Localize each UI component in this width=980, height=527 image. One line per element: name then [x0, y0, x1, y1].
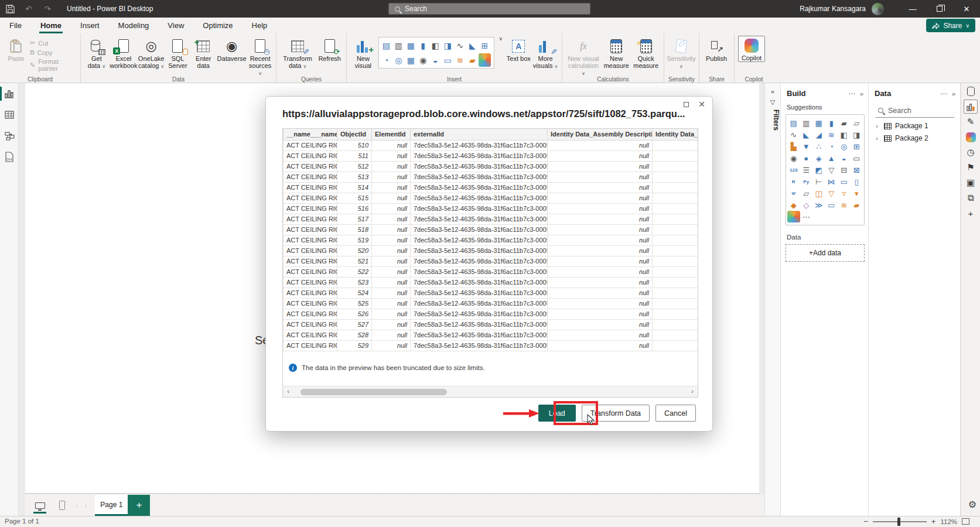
map-visual-icon[interactable]: ◉: [417, 53, 429, 67]
format-painter-button[interactable]: ✎Format painter: [30, 58, 77, 72]
data-pane-icon[interactable]: [964, 84, 978, 98]
avatar[interactable]: [872, 3, 884, 15]
scrollbar-thumb[interactable]: [301, 389, 447, 395]
paginated-report-icon[interactable]: ▯: [851, 176, 863, 187]
gantt-chart-icon[interactable]: ▰: [851, 199, 863, 211]
build-pane-collapse-icon[interactable]: »: [860, 90, 863, 97]
copilot-pane-icon[interactable]: [964, 130, 978, 144]
menu-insert[interactable]: Insert: [71, 18, 109, 33]
sensitivity-button[interactable]: Sensitivity∨: [668, 36, 695, 70]
stacked-bar-chart-icon[interactable]: ▤: [380, 39, 392, 52]
copilot-button[interactable]: Copilot: [738, 36, 765, 62]
line-clustered-column-combo-chart-icon[interactable]: ◨: [442, 39, 454, 52]
menu-view[interactable]: View: [158, 18, 193, 33]
new-page-button[interactable]: +: [128, 495, 150, 516]
model-view-button[interactable]: [0, 125, 19, 146]
load-button[interactable]: Load: [538, 405, 576, 422]
dataverse-button[interactable]: ◉ Dataverse: [217, 36, 247, 62]
redo-icon[interactable]: ↷: [42, 4, 53, 14]
zoom-in-button[interactable]: +: [931, 517, 936, 526]
menu-home[interactable]: Home: [31, 18, 71, 33]
expand-filters-icon[interactable]: «: [768, 88, 777, 95]
power-bi-report-icon[interactable]: ▱: [800, 187, 813, 199]
new-visual-button[interactable]: + New visual: [350, 36, 376, 69]
stacked-bar-chart-icon[interactable]: ▤: [787, 117, 800, 129]
metrics-icon[interactable]: Ψ: [787, 187, 800, 199]
close-button[interactable]: ✕: [953, 0, 980, 18]
arcgis-map-icon[interactable]: ◆: [787, 199, 800, 211]
next-page-icon[interactable]: ›: [85, 502, 87, 509]
refresh-button[interactable]: ⟳ Refresh: [316, 36, 343, 62]
image-visual-icon[interactable]: ▭: [442, 53, 454, 67]
card-icon[interactable]: ▭: [851, 152, 863, 164]
gantt-chart-icon[interactable]: ▰: [466, 53, 479, 67]
azure-map-icon[interactable]: ▲: [825, 152, 838, 164]
key-influencers-icon[interactable]: ⊢: [812, 176, 825, 187]
python-visual-icon[interactable]: Py: [800, 176, 813, 187]
cancel-button[interactable]: Cancel: [655, 405, 696, 422]
data-pane-collapse-icon[interactable]: »: [952, 90, 955, 97]
r-script-visual-icon[interactable]: R: [787, 176, 800, 187]
clustered-bar-chart-icon[interactable]: ▮: [825, 117, 838, 129]
performance-analyzer-pane-icon[interactable]: ◷: [964, 145, 978, 159]
multi-row-card-icon[interactable]: ☰: [800, 164, 813, 176]
matrix-icon[interactable]: ⊠: [851, 164, 863, 176]
selection-pane-icon[interactable]: ▣: [964, 176, 978, 190]
area-chart-icon[interactable]: ◣: [800, 129, 813, 141]
image-icon[interactable]: ▭: [825, 199, 838, 211]
donut-chart-icon[interactable]: ◎: [838, 141, 851, 152]
sync-slicers-pane-icon[interactable]: ⧉: [964, 191, 978, 205]
dax-query-view-button[interactable]: DAX: [0, 146, 19, 167]
table-view-button[interactable]: [0, 104, 19, 125]
sql-server-button[interactable]: SQL Server: [166, 36, 190, 69]
map-icon[interactable]: ◉: [787, 152, 800, 164]
settings-gear-icon[interactable]: ⚙: [968, 499, 976, 510]
custom-visual-icon[interactable]: ▩: [787, 211, 800, 223]
scroll-right-icon[interactable]: ›: [688, 388, 696, 395]
pie-chart-icon[interactable]: ◔: [825, 141, 838, 152]
sankey-chart-icon[interactable]: ≋: [838, 199, 851, 211]
copy-button[interactable]: ⧉Copy: [30, 49, 77, 56]
ribbon-chart-icon[interactable]: ≋: [825, 129, 838, 141]
menu-optimize[interactable]: Optimize: [193, 18, 242, 33]
horizontal-scrollbar[interactable]: ‹ ›: [283, 386, 698, 397]
data-item-package-1[interactable]: › Package 1: [869, 118, 960, 130]
line-stacked-column-combo-chart-icon[interactable]: ◧: [838, 129, 851, 141]
table-icon[interactable]: ⊟: [838, 164, 851, 176]
chevron-right-icon[interactable]: ›: [876, 122, 880, 129]
cut-button[interactable]: ✂Cut: [30, 39, 77, 47]
smart-narrative-icon[interactable]: ▭: [838, 176, 851, 187]
numeric-card-icon[interactable]: 123: [787, 164, 800, 176]
desktop-view-icon[interactable]: [33, 498, 46, 512]
scroll-left-icon[interactable]: ‹: [284, 388, 292, 395]
new-measure-button[interactable]: New measure: [602, 36, 631, 69]
page-tab[interactable]: Page 1: [95, 495, 128, 516]
clear-all-slicers-button-icon[interactable]: ▿: [838, 187, 851, 199]
dialog-maximize-icon[interactable]: [684, 102, 689, 107]
get-data-button[interactable]: Get data ∨: [84, 36, 109, 70]
report-view-button[interactable]: [0, 83, 19, 104]
global-search-input[interactable]: Search: [388, 3, 590, 15]
funnel-chart-icon[interactable]: ▼: [800, 141, 813, 152]
kpi-icon[interactable]: ◩: [812, 164, 825, 176]
restore-button[interactable]: [926, 0, 953, 18]
quick-measure-button[interactable]: ⚡ Quick measure: [631, 36, 660, 69]
line-clustered-column-combo-chart-icon[interactable]: ◨: [851, 129, 863, 141]
undo-icon[interactable]: ↶: [23, 4, 34, 14]
slicer-icon[interactable]: ▽: [825, 164, 838, 176]
add-data-button[interactable]: +Add data: [786, 244, 865, 262]
zoom-out-button[interactable]: −: [863, 517, 868, 526]
text-box-button[interactable]: A Text box: [506, 36, 531, 62]
onelake-catalog-button[interactable]: ◎ OneLake catalog ∨: [138, 36, 165, 70]
filled-map-icon[interactable]: ●: [800, 152, 813, 164]
line-chart-icon[interactable]: ∿: [454, 39, 466, 52]
data-item-package-2[interactable]: › Package 2: [869, 130, 960, 142]
add-pane-icon[interactable]: +: [964, 206, 978, 220]
format-pane-icon[interactable]: ✎: [964, 115, 978, 129]
transform-data-button[interactable]: Transform Data: [582, 405, 650, 422]
gauge-visual-icon[interactable]: ◒: [429, 53, 442, 67]
data-pane-more-icon[interactable]: ⋯: [940, 90, 947, 98]
build-visual-pane-icon[interactable]: [964, 100, 978, 114]
more-visuals-button[interactable]: ✎ More visuals ∨: [532, 36, 558, 70]
power-apps-icon[interactable]: ≫: [812, 199, 825, 211]
